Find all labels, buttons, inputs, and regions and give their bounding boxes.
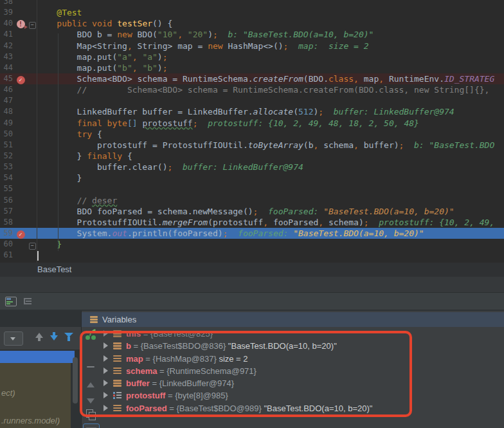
- code-token: fooParsed: [273, 218, 318, 227]
- code-token: "10": [158, 30, 177, 39]
- code-text: }: [37, 172, 82, 183]
- expand-arrow-icon[interactable]: [104, 405, 108, 411]
- inline-debugger-hint: fooParsed:: [258, 207, 323, 216]
- code-text: public void testSer() {: [37, 18, 172, 29]
- selected-test-row[interactable]: [0, 351, 75, 363]
- code-token: ,: [132, 63, 143, 73]
- copy-icon[interactable]: [84, 408, 97, 421]
- code-token: ;: [163, 63, 168, 73]
- fold-minus-icon[interactable]: −: [29, 22, 36, 29]
- code-editor[interactable]: 3839 @Test40!− public void testSer() {41…: [0, 0, 504, 263]
- code-token: ;: [193, 118, 198, 128]
- array-value-icon: [113, 392, 122, 399]
- line-number: 43: [0, 51, 13, 62]
- line-number: 53: [0, 162, 13, 172]
- variable-row[interactable]: protostuff = {byte[8]@985}: [100, 389, 504, 402]
- line-number: 45: [0, 73, 13, 84]
- layout-settings-icon[interactable]: [22, 296, 33, 306]
- code-token: (BDO.: [303, 74, 328, 84]
- expand-arrow-icon[interactable]: [104, 368, 108, 374]
- breakpoint-icon[interactable]: ✓: [13, 228, 28, 239]
- code-token: {: [122, 151, 132, 161]
- variable-row[interactable]: b = {BaseTest$BDO@836} "BaseTest.BDO(a=1…: [100, 340, 504, 352]
- code-token: out: [112, 228, 127, 238]
- line-number: 40: [0, 18, 13, 29]
- code-token: ,: [263, 218, 273, 227]
- code-token: buffer): [364, 140, 399, 150]
- variable-row[interactable]: this = {BaseTest@825}: [100, 328, 504, 340]
- code-token: HashMap<>(): [223, 41, 284, 51]
- expand-arrow-icon[interactable]: [104, 342, 108, 349]
- inline-debugger-hint: map: size = 2: [288, 41, 368, 51]
- code-token: 512: [298, 107, 313, 116]
- fold-minus-icon[interactable]: −: [29, 243, 36, 250]
- code-token: public: [57, 19, 87, 28]
- code-token: mergeFrom: [163, 218, 208, 227]
- code-line: 51 protostuff = ProtostuffIOUtil.toByteA…: [0, 140, 504, 151]
- field-value-icon: [113, 342, 122, 349]
- test-runner-panel: ect).runners.model): [0, 311, 82, 428]
- breakpoint-check-icon[interactable]: ✓: [17, 76, 25, 84]
- fold-marker-icon[interactable]: −: [28, 18, 37, 29]
- code-token: ID_STRATEG: [444, 74, 494, 84]
- inline-debugger-hint: protostuff: {10, 2, 49, 48, 18, 2, 50, 4…: [198, 118, 419, 128]
- expand-arrow-icon[interactable]: [104, 330, 108, 337]
- previous-occurrence-icon[interactable]: [35, 333, 43, 338]
- test-error-icon[interactable]: !: [17, 20, 25, 28]
- scrollbar-thumb[interactable]: [73, 357, 78, 404]
- move-down-icon[interactable]: [84, 395, 97, 407]
- variable-reference: {byte[8]@985}: [175, 391, 228, 400]
- code-text: buffer.clear(); buffer: LinkedBuffer@974: [37, 162, 303, 172]
- breakpoint-check-icon[interactable]: ✓: [17, 230, 25, 239]
- code-token: ,: [354, 140, 364, 150]
- show-watches-toggle-button[interactable]: [83, 423, 100, 428]
- variables-tab[interactable]: Variables: [82, 312, 504, 327]
- console-view-icon[interactable]: [5, 296, 17, 306]
- variable-row[interactable]: schema = {RuntimeSchema@971}: [100, 365, 504, 377]
- test-tree-item[interactable]: .runners.model): [1, 416, 60, 425]
- test-filter-dropdown[interactable]: [4, 331, 23, 346]
- code-token: {: [92, 129, 102, 139]
- code-token: () {: [152, 19, 172, 28]
- code-line: 59✓ System.out.println(fooParsed); fooPa…: [0, 228, 504, 239]
- expand-arrow-icon[interactable]: [104, 380, 108, 386]
- code-token: ): [158, 52, 163, 62]
- breakpoint-icon[interactable]: ✓: [13, 73, 28, 84]
- fold-marker-icon[interactable]: −: [28, 239, 37, 250]
- code-token: BDO fooParsed = schema.newMessage(): [37, 207, 253, 216]
- code-token: }: [37, 151, 87, 161]
- test-tree-area: ect).runners.model): [0, 363, 71, 428]
- variable-row[interactable]: buffer = {LinkedBuffer@974}: [100, 377, 504, 389]
- code-token: "a": [142, 52, 157, 62]
- new-watch-icon[interactable]: [84, 330, 97, 342]
- code-text: map.put("a", "a");: [37, 51, 168, 62]
- filter-icon[interactable]: [64, 333, 73, 337]
- code-line: 40!− public void testSer() {: [0, 18, 504, 29]
- gutter-separator: [37, 0, 37, 263]
- variables-tree: this = {BaseTest@825}b = {BaseTest$BDO@8…: [100, 328, 504, 428]
- breadcrumb[interactable]: BaseTest: [0, 263, 504, 277]
- expand-arrow-icon[interactable]: [104, 392, 108, 398]
- variables-title: Variables: [102, 315, 136, 324]
- equals-sign: =: [167, 404, 177, 413]
- variable-row[interactable]: map = {HashMap@837} size = 2: [100, 353, 504, 365]
- code-text: Map<String, String> map = new HashMap<>(…: [37, 41, 369, 51]
- variable-row[interactable]: fooParsed = {BaseTest$BDO@989} "BaseTest…: [100, 402, 504, 414]
- breadcrumb-item-basetest[interactable]: BaseTest: [37, 265, 71, 274]
- expand-arrow-icon[interactable]: [104, 355, 108, 362]
- variable-name: schema: [126, 366, 157, 376]
- code-token: [37, 8, 57, 17]
- code-token: void: [92, 19, 112, 28]
- move-up-icon[interactable]: [84, 378, 97, 391]
- variable-reference: {BaseTest$BDO@989}: [176, 404, 261, 413]
- code-token: finally: [87, 151, 122, 161]
- code-token: buffer.clear(): [37, 162, 168, 172]
- remove-watch-icon[interactable]: [84, 360, 97, 373]
- code-token: final: [77, 118, 102, 128]
- next-occurrence-icon[interactable]: [50, 335, 58, 340]
- code-line: 55: [0, 183, 504, 194]
- run-test-result-icon[interactable]: !: [13, 18, 28, 29]
- code-line: 50 try {: [0, 129, 504, 140]
- test-tree-item[interactable]: ect): [1, 388, 15, 398]
- code-token: allocate: [253, 107, 294, 116]
